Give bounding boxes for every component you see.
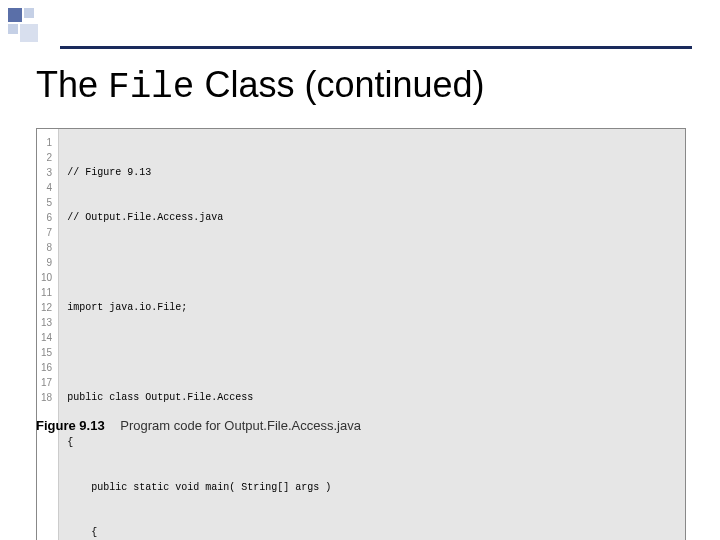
deco-square [24,8,34,18]
code-line: { [67,525,677,540]
code-listing: 1 2 3 4 5 6 7 8 9 10 11 12 13 14 15 16 1… [36,128,686,540]
figure-caption: Figure 9.13 Program code for Output.File… [36,418,361,433]
line-number-gutter: 1 2 3 4 5 6 7 8 9 10 11 12 13 14 15 16 1… [37,129,59,540]
code-line: // Output.File.Access.java [67,210,677,225]
line-number: 18 [41,390,52,405]
code-line: // Figure 9.13 [67,165,677,180]
line-number: 6 [41,210,52,225]
code-line: { [67,435,677,450]
deco-square [20,24,38,42]
slide-title: The File Class (continued) [36,64,485,108]
code-line [67,255,677,270]
code-line: import java.io.File; [67,300,677,315]
line-number: 2 [41,150,52,165]
line-number: 13 [41,315,52,330]
line-number: 5 [41,195,52,210]
code-line: public static void main( String[] args ) [67,480,677,495]
line-number: 14 [41,330,52,345]
line-number: 8 [41,240,52,255]
line-number: 10 [41,270,52,285]
line-number: 7 [41,225,52,240]
deco-square [8,8,22,22]
code-line: public class Output.File.Access [67,390,677,405]
line-number: 4 [41,180,52,195]
line-number: 16 [41,360,52,375]
line-number: 17 [41,375,52,390]
line-number: 1 [41,135,52,150]
deco-square [8,24,18,34]
line-number: 3 [41,165,52,180]
line-number: 9 [41,255,52,270]
figure-label: Figure 9.13 [36,418,105,433]
line-number: 11 [41,285,52,300]
code-content: // Figure 9.13 // Output.File.Access.jav… [59,129,685,540]
horizontal-rule [60,46,692,49]
title-prefix: The [36,64,108,105]
title-mono: File [108,67,194,108]
corner-decoration [8,8,52,52]
figure-text: Program code for Output.File.Access.java [120,418,361,433]
line-number: 12 [41,300,52,315]
line-number: 15 [41,345,52,360]
code-line [67,345,677,360]
title-suffix: Class (continued) [194,64,484,105]
